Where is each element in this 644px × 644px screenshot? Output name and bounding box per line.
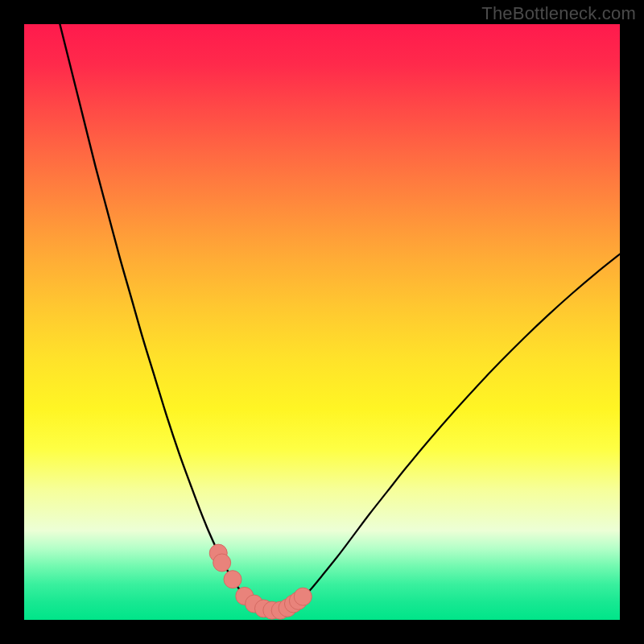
curve-right-branch	[292, 254, 620, 606]
marker-point	[294, 588, 312, 605]
marker-group	[209, 544, 312, 619]
watermark-text: TheBottleneck.com	[481, 3, 636, 24]
curve-left-branch	[60, 24, 256, 607]
chart-frame: TheBottleneck.com	[0, 0, 644, 644]
marker-point	[213, 554, 231, 572]
marker-point	[224, 571, 242, 588]
curve-layer	[24, 24, 620, 620]
plot-area	[24, 24, 620, 620]
